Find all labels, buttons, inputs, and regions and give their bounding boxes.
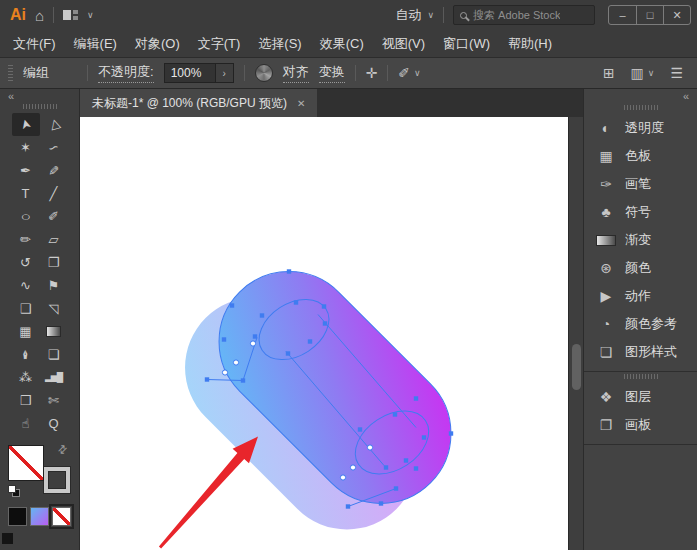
chevron-down-icon[interactable]: ∨ [87,11,94,20]
free-transform-tool[interactable]: ⚑ [40,274,68,297]
scrollbar-thumb[interactable] [572,344,581,390]
opacity-dropdown-button[interactable]: › [216,63,234,83]
type-tool[interactable]: T [12,182,40,205]
isolate-selection-icon[interactable]: ✛ [366,66,378,80]
default-colors-icon[interactable] [8,485,20,497]
panel-drag-grip[interactable] [624,105,658,110]
menu-help[interactable]: 帮助(H) [499,35,561,53]
document-arrange-dropdown[interactable]: ▥ ∨ [631,66,655,80]
shape-builder-tool[interactable]: ❑ [12,297,40,320]
opacity-input[interactable]: 100% [164,63,216,83]
artboard-tool[interactable]: ❒ [12,389,40,412]
draw-mode-icon[interactable] [2,533,13,544]
panel-graphic-styles[interactable]: ❏ 图形样式 [584,338,697,366]
panel-brushes[interactable]: ✑ 画笔 [584,170,697,198]
workspace-grid-icon[interactable]: ⊞ [603,66,615,80]
panel-color-guide[interactable]: ◔ 颜色参考 [584,310,697,338]
opacity-field: 100% › [164,63,234,83]
perspective-grid-tool[interactable]: ◹ [40,297,68,320]
swap-fill-stroke-icon[interactable]: ⇄ [55,442,71,458]
blend-tool[interactable]: ❏ [40,343,68,366]
width-tool[interactable]: ∿ [12,274,40,297]
menu-object[interactable]: 对象(O) [126,35,189,53]
magic-wand-tool[interactable]: ✶ [12,136,40,159]
home-icon[interactable]: ⌂ [35,8,44,23]
dock-drag-grip[interactable] [23,104,57,109]
tab-close-icon[interactable]: ✕ [297,98,305,109]
menu-view[interactable]: 视图(V) [373,35,434,53]
align-link[interactable]: 对齐 [283,63,309,83]
panel-drag-grip[interactable] [624,374,658,379]
panel-item-label: 渐变 [625,231,651,249]
panel-item-label: 画板 [625,416,651,434]
column-graph-tool[interactable]: ▂▅█ [40,366,68,389]
shaper-tool[interactable]: ✏ [12,228,40,251]
stroke-color-swatch[interactable] [44,467,70,493]
eyedropper-tool[interactable]: ✒ [12,343,40,366]
color-mode-button[interactable] [8,507,27,526]
menu-edit[interactable]: 编辑(E) [65,35,126,53]
line-segment-tool[interactable]: ╱ [40,182,68,205]
main-area: « ➤ ▷ ✶ ∽ [0,89,697,550]
arrange-documents-icon[interactable] [63,10,78,20]
transform-link[interactable]: 变换 [319,63,345,83]
selection-type-label: 编组 [23,64,49,82]
minimize-button[interactable]: – [609,6,636,24]
zoom-tool[interactable]: Q [40,412,68,435]
paintbrush-tool[interactable]: ✐ [40,205,68,228]
symbol-sprayer-tool[interactable]: ⁂ [12,366,40,389]
gpu-mode-dropdown[interactable]: 自动 ∨ [395,6,434,24]
opacity-link[interactable]: 不透明度: [98,63,154,83]
expand-panel-icon[interactable]: « [683,90,689,102]
close-button[interactable]: ✕ [663,6,690,24]
menu-window[interactable]: 窗口(W) [434,35,499,53]
panel-menu-icon[interactable]: ☰ [670,66,683,80]
mesh-tool[interactable]: ▦ [12,320,40,343]
panel-item-icon: ✑ [596,177,616,191]
menu-type[interactable]: 文字(T) [189,35,250,53]
menu-effect[interactable]: 效果(C) [311,35,373,53]
divider [387,65,388,81]
vertical-scrollbar[interactable] [568,117,583,550]
scale-tool[interactable]: ❐ [40,251,68,274]
menu-select[interactable]: 选择(S) [249,35,310,53]
document-tab[interactable]: 未标题-1* @ 100% (RGB/GPU 预览) ✕ [80,89,317,117]
panel-swatches[interactable]: ▦ 色板 [584,142,697,170]
tab-bar: 未标题-1* @ 100% (RGB/GPU 预览) ✕ [80,89,583,117]
gradient-tool[interactable] [40,320,68,343]
eraser-tool[interactable]: ▱ [40,228,68,251]
panel-color[interactable]: ⊛ 颜色 [584,254,697,282]
recolor-artwork-icon[interactable] [255,64,273,82]
lasso-tool[interactable]: ∽ [40,136,68,159]
panel-layers[interactable]: ❖ 图层 [584,383,697,411]
menu-file[interactable]: 文件(F) [4,35,65,53]
panel-symbols[interactable]: ♣ 符号 [584,198,697,226]
collapse-dock-icon[interactable]: « [8,90,14,102]
fill-color-swatch[interactable] [8,445,44,481]
drag-grip[interactable] [8,65,13,81]
search-placeholder: 搜索 Adobe Stock [473,8,560,23]
hand-tool[interactable]: ☝ [12,412,40,435]
curvature-tool[interactable]: ✎ [40,159,68,182]
direct-selection-tool[interactable]: ▷ [40,113,68,136]
pen-tool[interactable]: ✒ [12,159,40,182]
panel-item-icon [596,235,616,246]
panel-artboards[interactable]: ❐ 画板 [584,411,697,439]
panel-item-label: 图形样式 [625,343,677,361]
search-input[interactable]: 搜索 Adobe Stock [453,5,595,25]
panel-actions[interactable]: ▶ 动作 [584,282,697,310]
canvas[interactable] [80,117,583,550]
none-mode-button[interactable] [52,507,71,526]
panel-gradient[interactable]: 渐变 [584,226,697,254]
selection-tool[interactable]: ➤ [12,113,40,136]
rotate-tool[interactable]: ↺ [12,251,40,274]
panel-transparency[interactable]: ◐ 透明度 [584,114,697,142]
gradient-mode-button[interactable] [30,507,49,526]
slice-tool[interactable]: ✄ [40,389,68,412]
maximize-button[interactable]: □ [636,6,663,24]
panel-item-icon: ♣ [596,205,616,219]
panel-item-icon: ◐ [596,121,616,135]
shaper-options[interactable]: ✐ ∨ [398,66,420,80]
panel-group-1: ◐ 透明度 ▦ 色板 ✑ 画笔 ♣ 符号 [584,114,697,366]
ellipse-tool[interactable]: ○ [12,205,40,228]
